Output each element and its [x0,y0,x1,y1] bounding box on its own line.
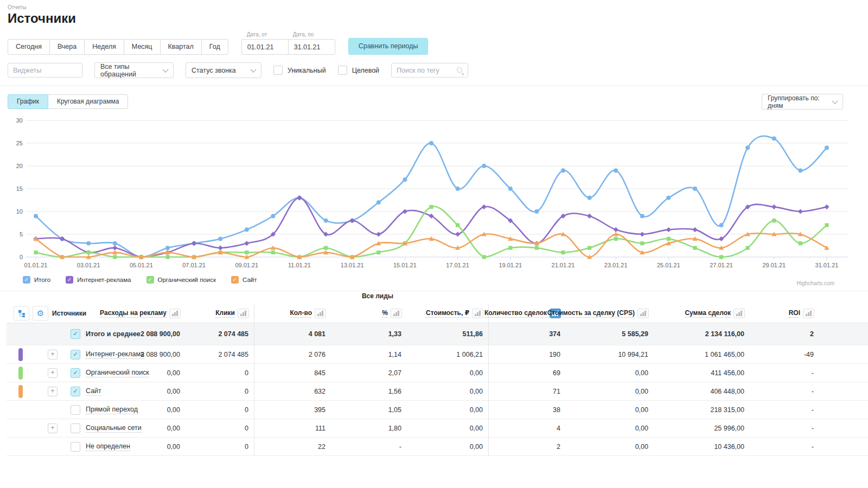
table-group-header: Все лиды [260,292,495,300]
date-from-input[interactable]: 01.01.21 [242,40,288,54]
source-name[interactable]: Интернет-реклама [86,350,144,359]
row-checkbox[interactable]: ✓ [71,350,80,359]
bar-chart-icon[interactable] [391,309,402,318]
source-name[interactable]: Органический поиск [86,369,149,377]
svg-text:31.01.21: 31.01.21 [815,262,839,268]
request-type-select[interactable]: Все типы обращений [94,62,174,78]
legend-item[interactable]: ✓Итого [23,276,50,284]
value-cell: 0 [186,438,254,455]
source-name[interactable]: Социальные сети [86,424,142,433]
row-checkbox[interactable]: ✓ [71,329,80,339]
column-header: Расходы на рекламу [110,304,186,323]
bar-chart-icon[interactable] [472,309,483,318]
row-checkbox[interactable]: ✓ [71,423,80,433]
source-name: Итого и среднее [86,330,141,338]
column-header: ROI [750,304,819,323]
source-cell: +✓Сайт [7,382,110,400]
svg-text:30: 30 [16,117,23,124]
table-settings-button[interactable]: ⚙ [33,306,48,321]
table-header-row: ⚙ Источники Расходы на рекламуКликиКол-в… [7,304,868,323]
value-cell: - [750,419,819,437]
svg-text:27.01.21: 27.01.21 [710,262,733,268]
legend-label: Сайт [242,277,257,283]
date-range: Дата, от Дата, по 01.01.21 31.01.21 [241,31,335,55]
legend-checkbox[interactable]: ✓ [66,276,73,284]
legend-checkbox[interactable]: ✓ [23,276,30,284]
tab-active[interactable]: График [8,94,48,109]
svg-text:5: 5 [20,231,23,237]
date-from-label: Дата, от [241,31,288,37]
table-row: ✓Не определен0,00022-0,0020,0010 436,00- [7,438,868,456]
bar-chart-icon[interactable] [733,309,745,318]
column-header: Клики [186,304,254,323]
column-header-label[interactable]: Расходы на рекламу [100,309,167,318]
column-header-label[interactable]: Кол-во [290,309,312,318]
source-cell: ✓Не определен [7,438,110,455]
target-checkbox[interactable]: Целевой [338,66,379,75]
line-chart: 05101520253001.01.2103.01.2105.01.2107.0… [4,115,864,273]
chart-credit[interactable]: Highcharts.com [4,280,864,286]
expand-row-button[interactable]: + [48,423,58,433]
period-button[interactable]: Неделя [84,39,124,55]
compare-periods-button[interactable]: Сравнить периоды [348,38,429,55]
source-name[interactable]: Не определен [86,442,130,451]
column-header-label[interactable]: Количество сделок [484,309,547,318]
period-button[interactable]: Вчера [49,39,85,55]
svg-text:15.01.21: 15.01.21 [393,262,417,268]
svg-text:20: 20 [16,163,23,169]
checkbox-box[interactable] [273,66,283,75]
bar-chart-icon[interactable] [637,309,649,318]
value-cell: 22 [254,438,331,455]
legend-item[interactable]: ✓Сайт [231,276,257,284]
row-checkbox[interactable]: ✓ [71,368,80,378]
row-checkbox[interactable]: ✓ [71,387,80,396]
bar-chart-icon[interactable] [169,309,181,318]
legend-checkbox[interactable]: ✓ [146,276,154,284]
column-header-label[interactable]: % [382,309,388,318]
column-header-sources: Источники [52,310,86,317]
unique-checkbox[interactable]: Уникальный [273,66,326,75]
period-button[interactable]: Сегодня [8,39,50,55]
column-header-label[interactable]: Стоимость за сделку (CPS) [547,309,635,318]
value-cell: - [750,401,819,419]
source-name[interactable]: Сайт [86,387,101,396]
legend-checkbox[interactable]: ✓ [231,276,239,284]
value-cell: 395 [254,401,331,419]
source-name[interactable]: Прямой переход [86,406,138,414]
period-button[interactable]: Квартал [160,39,202,55]
widgets-input[interactable] [8,63,82,78]
row-checkbox[interactable]: ✓ [71,405,80,415]
value-cell: 0,00 [566,382,654,400]
breadcrumb[interactable]: Отчеты [8,4,860,10]
tab-inactive[interactable]: Круговая диаграмма [48,94,128,109]
legend-item[interactable]: ✓Интернет-реклама [66,276,131,284]
svg-text:19.01.21: 19.01.21 [499,262,522,268]
bar-chart-icon[interactable] [803,309,814,318]
value-cell: - [331,438,407,455]
source-cell: +✓Органический поиск [7,364,110,382]
tree-view-button[interactable] [14,306,29,321]
column-header: Стоимость, ₽ [407,304,488,323]
svg-text:23.01.21: 23.01.21 [604,262,628,268]
expand-row-button[interactable]: + [48,368,58,378]
value-cell: 1,33 [331,323,407,345]
column-header-label[interactable]: Клики [215,309,235,318]
expand-row-button[interactable]: + [48,350,58,359]
column-header-label[interactable]: Сумма сделок [685,309,731,318]
row-checkbox[interactable]: ✓ [71,442,80,452]
checkbox-box[interactable] [338,66,347,75]
column-header-label[interactable]: Стоимость, ₽ [426,309,469,318]
bar-chart-icon[interactable] [315,309,326,318]
value-cell: 1,05 [331,401,407,419]
call-status-select[interactable]: Статус звонка [186,62,261,78]
value-cell: 0,00 [407,382,488,400]
period-button[interactable]: Год [201,39,228,55]
legend-item[interactable]: ✓Органический поиск [146,276,216,284]
bar-chart-icon[interactable] [238,309,249,318]
svg-text:10: 10 [16,208,23,215]
group-by-select[interactable]: Группировать по: дням [762,94,843,110]
expand-row-button[interactable]: + [48,387,58,396]
column-header-label[interactable]: ROI [789,309,800,318]
date-to-input[interactable]: 31.01.21 [288,40,335,54]
period-button[interactable]: Месяц [124,39,161,55]
